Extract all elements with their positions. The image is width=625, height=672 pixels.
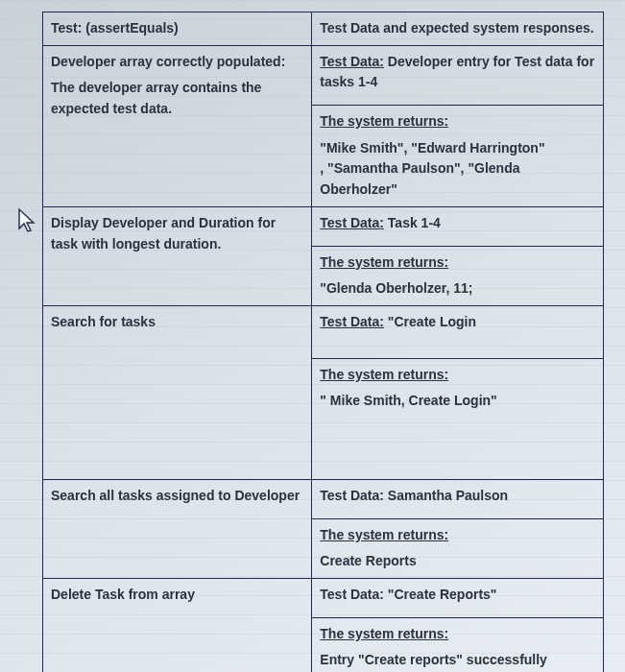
header-right: Test Data and expected system responses.: [312, 12, 604, 46]
right-label: The system returns:: [320, 527, 448, 542]
right-cell: Test Data: Task 1-4: [312, 206, 604, 246]
right-cell: Test Data: Samantha Paulson: [312, 479, 604, 518]
left-cell: Display Developer and Duration for task …: [43, 206, 312, 305]
right-label: Test Data:: [320, 314, 384, 329]
right-line: " Mike Smith, Create Login": [320, 391, 595, 412]
table-header-row: Test: (assertEquals) Test Data and expec…: [43, 12, 604, 46]
right-label-line: The system returns:: [320, 252, 595, 274]
header-left: Test: (assertEquals): [43, 12, 312, 46]
left-cell: Search all tasks assigned to Developer: [43, 479, 312, 578]
right-label: The system returns:: [320, 367, 448, 382]
right-line: , "Samantha Paulson", "Glenda Oberholzer…: [320, 158, 595, 200]
left-cell: Search for tasks: [43, 305, 312, 479]
right-label-line: Test Data: Samantha Paulson: [320, 486, 595, 507]
right-label: Test Data:: [320, 488, 384, 503]
right-line: "Glenda Oberholzer, 11;: [320, 278, 595, 300]
right-label-line: Test Data: "Create Reports": [320, 585, 595, 606]
right-cell: Test Data: "Create Reports": [312, 579, 604, 618]
right-label: Test Data:: [320, 215, 384, 230]
table-row: Search all tasks assigned to DeveloperTe…: [43, 479, 604, 518]
left-title: Delete Task from array: [51, 585, 303, 606]
right-tail: "Create Login: [384, 314, 476, 329]
right-line: Entry "Create reports" successfully dele…: [320, 650, 595, 672]
right-label-line: The system returns:: [320, 624, 595, 645]
right-label-line: The system returns:: [320, 111, 595, 132]
table-row: Delete Task from arrayTest Data: "Create…: [43, 579, 604, 618]
right-tail: Samantha Paulson: [384, 488, 508, 503]
right-label-line: Test Data: Developer entry for Test data…: [320, 52, 595, 93]
right-label-line: Test Data: "Create Login: [320, 312, 595, 333]
right-label-line: The system returns:: [320, 365, 595, 386]
right-label: Test Data:: [320, 54, 384, 69]
right-line: "Mike Smith", "Edward Harrington": [320, 138, 595, 159]
right-label-line: Test Data: Task 1-4: [320, 213, 595, 234]
table-row: Search for tasksTest Data: "Create Login: [43, 305, 604, 358]
right-label-line: The system returns:: [320, 525, 595, 546]
left-body: The developer array contains the expecte…: [51, 78, 303, 119]
left-title: Search for tasks: [51, 312, 303, 333]
left-title: Search all tasks assigned to Developer: [51, 486, 303, 507]
right-label: The system returns:: [320, 113, 448, 129]
right-cell: The system returns:Create Reports: [312, 518, 604, 578]
right-cell: Test Data: "Create Login: [312, 305, 604, 358]
right-label: The system returns:: [320, 254, 448, 270]
left-cell: Delete Task from array: [43, 579, 312, 673]
table-row: Display Developer and Duration for task …: [43, 206, 604, 246]
table-row: Developer array correctly populated:The …: [43, 45, 604, 105]
test-spec-table: Test: (assertEquals) Test Data and expec…: [42, 12, 604, 672]
right-cell: Test Data: Developer entry for Test data…: [312, 45, 604, 105]
left-title: Developer array correctly populated:: [51, 52, 303, 73]
right-cell: The system returns:"Mike Smith", "Edward…: [312, 106, 604, 207]
left-cell: Developer array correctly populated:The …: [43, 45, 312, 206]
right-cell: The system returns:" Mike Smith, Create …: [312, 358, 604, 479]
left-title: Display Developer and Duration for task …: [51, 213, 303, 254]
right-label: Test Data:: [320, 587, 384, 602]
right-cell: The system returns:"Glenda Oberholzer, 1…: [312, 246, 604, 305]
cursor-icon: [17, 207, 38, 234]
right-cell: The system returns:Entry "Create reports…: [312, 617, 604, 672]
right-tail: "Create Reports": [384, 587, 497, 602]
right-tail: Task 1-4: [384, 215, 441, 230]
right-line: Create Reports: [320, 551, 595, 572]
right-label: The system returns:: [320, 626, 448, 641]
